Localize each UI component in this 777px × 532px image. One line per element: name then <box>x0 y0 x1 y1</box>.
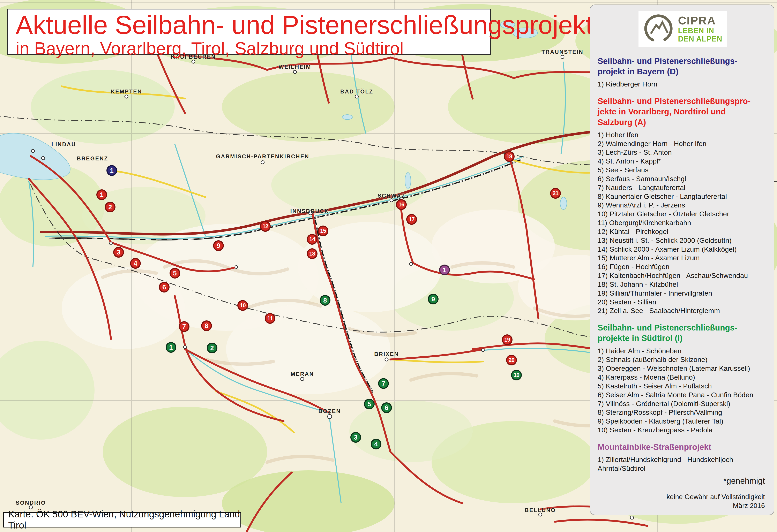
legend-item: 3) Lech-Zürs - St. Anton <box>597 148 768 157</box>
legend-item: 2) Schnals (außerhalb der Skizone) <box>597 355 768 364</box>
map-city-label: WEILHEIM <box>279 64 311 70</box>
legend-section-bayern: Seilbahn- und Pistenerschließungs-projek… <box>597 56 768 89</box>
legend-section-austria: Seilbahn- und Pistenerschließungspro-jek… <box>597 96 768 315</box>
heading-line: projekt in Bayern (D) <box>597 66 768 77</box>
legend-item: 9) Wenns/Arzl i. P. - Jerzens <box>597 201 768 210</box>
map-marker-green-7: 7 <box>378 378 389 389</box>
legend-item: 16) Fügen - Hochfügen <box>597 262 768 271</box>
legend-item: 17) Kaltenbach/Hochfügen - Aschau/Schwen… <box>597 271 768 280</box>
map-city-label: LINDAU <box>51 141 76 148</box>
legend-item: 8) Sterzing/Rosskopf - Pflersch/Vallming <box>597 408 768 417</box>
legend-item: 10) Sexten - Kreuzbergpass - Padola <box>597 426 768 434</box>
map-city-label: BOZEN <box>318 408 341 414</box>
panel-footer: keine Gewähr auf Vollständigkeit März 20… <box>597 493 768 510</box>
legend-item: 20) Sexten - Sillian <box>597 298 768 306</box>
map-marker-green-5: 5 <box>364 399 375 409</box>
map-marker-red-16: 16 <box>396 199 407 210</box>
legend-item: 1) Haider Alm - Schöneben <box>597 347 768 355</box>
legend-heading-bayern: Seilbahn- und Pistenerschließungs-projek… <box>597 56 768 77</box>
legend-item: 19) Sillian/Thurntaler - Innervillgraten <box>597 289 768 298</box>
map-city-label: MERAN <box>291 371 314 377</box>
map-marker-red-10: 10 <box>237 300 248 311</box>
map-marker-red-8: 8 <box>201 320 212 331</box>
legend-heading-suedtirol: Seilbahn- und Pistenerschließungs-projek… <box>597 322 768 344</box>
legend-item: 14) Schlick 2000 - Axamer Lizum (Kalkkög… <box>597 245 768 254</box>
heading-line: Mountainbike-Straßenprojekt <box>597 442 768 452</box>
heading-line: projekte in Südtirol (I) <box>597 333 768 344</box>
legend-item: 5) See - Serfaus <box>597 165 768 174</box>
legend-item: 1) Riedberger Horn <box>597 80 768 89</box>
map-marker-red-6: 6 <box>159 282 170 292</box>
legend-panel: CIPRA LEBEN IN DEN ALPEN Seilbahn- und P… <box>590 5 774 515</box>
legend-heading-mountainbike: Mountainbike-Straßenprojekt <box>597 442 768 452</box>
legend-item: 1) Hoher Ifen <box>597 130 768 139</box>
disclaimer-text: keine Gewähr auf Vollständigkeit <box>597 493 765 501</box>
map-city-label: BAD TÖLZ <box>340 89 373 95</box>
logo-name: CIPRA <box>678 15 723 27</box>
title-box: Aktuelle Seilbahn- und Pistenerschließun… <box>7 9 491 55</box>
map-marker-red-20: 20 <box>506 355 517 366</box>
legend-item: 4) Karerpass - Moena (Belluno) <box>597 373 768 382</box>
legend-item: 13) Neustift i. St. - Schlick 2000 (Gold… <box>597 236 768 245</box>
map-source-caption: Karte: ÖK 500 BEV-Wien, Nutzungsgenehmig… <box>3 512 241 527</box>
legend-item: 9) Speikboden - Klausberg (Tauferer Tal) <box>597 417 768 426</box>
legend-section-mountainbike: Mountainbike-Straßenprojekt1) Zillertal/… <box>597 442 768 473</box>
map-marker-green-6: 6 <box>381 402 392 413</box>
map-marker-red-4: 4 <box>130 258 141 269</box>
map-marker-green-9: 9 <box>428 294 439 304</box>
map-marker-red-9: 9 <box>213 240 224 251</box>
poster: LINDAUBREGENZKEMPTENKAUFBEURENWEILHEIMBA… <box>0 0 777 532</box>
map-city-label: KEMPTEN <box>111 89 142 95</box>
legend-item: 12) Kühtai - Pirchkogel <box>597 227 768 236</box>
legend-item: 6) Serfaus - Samnaun/Ischgl <box>597 174 768 183</box>
legend-item: 6) Seiser Alm - Saltria Monte Pana - Cun… <box>597 390 768 399</box>
logo-text: CIPRA LEBEN IN DEN ALPEN <box>678 15 723 43</box>
map-marker-green-1: 1 <box>165 342 176 353</box>
caption-text: Karte: ÖK 500 BEV-Wien, Nutzungsgenehmig… <box>8 509 240 531</box>
map-marker-red-15: 15 <box>318 226 328 236</box>
map-marker-red-7: 7 <box>179 321 190 332</box>
page-subtitle: in Bayern, Vorarlberg, Tirol, Salzburg u… <box>16 39 482 57</box>
heading-line: Seilbahn- und Pistenerschließungs- <box>597 56 768 66</box>
legend-item: 18) St. Johann - Kitzbühel <box>597 280 768 289</box>
legend-item: 3) Obereggen - Welschnofen (Latemar Karu… <box>597 364 768 373</box>
legend-sections: Seilbahn- und Pistenerschließungs-projek… <box>597 48 768 473</box>
legend-heading-austria: Seilbahn- und Pistenerschließungspro-jek… <box>597 96 768 128</box>
date-text: März 2016 <box>597 501 765 510</box>
heading-line: Seilbahn- und Pistenerschließungspro- <box>597 96 768 106</box>
map-marker-red-14: 14 <box>307 234 318 245</box>
heading-line: Seilbahn- und Pistenerschließungs- <box>597 322 768 333</box>
map-marker-red-19: 19 <box>502 335 513 345</box>
legend-item: 7) Villnöss - Grödnertal (Dolomiti-Super… <box>597 399 768 408</box>
legend-section-suedtirol: Seilbahn- und Pistenerschließungs-projek… <box>597 322 768 434</box>
map-city-label: BELLUNO <box>525 507 556 514</box>
footnote-genehmigt: *genehmigt <box>597 476 768 486</box>
map-city-label: BRIXEN <box>374 351 399 358</box>
legend-item: 7) Nauders - Langtauferertal <box>597 183 768 192</box>
legend-item: 4) St. Anton - Kappl* <box>597 157 768 165</box>
map-marker-green-4: 4 <box>371 439 381 449</box>
map-marker-red-1: 1 <box>96 189 107 200</box>
page-title: Aktuelle Seilbahn- und Pistenerschließun… <box>16 11 482 39</box>
legend-item: 8) Kaunertaler Gletscher - Langtauferert… <box>597 192 768 201</box>
map-marker-green-3: 3 <box>350 432 361 443</box>
map-city-label: SONDRIO <box>16 500 46 506</box>
heading-line: Salzburg (A) <box>597 117 768 128</box>
map-marker-red-18: 18 <box>504 151 515 162</box>
map-marker-green-10: 10 <box>511 370 522 380</box>
map-marker-red-21: 21 <box>550 188 561 198</box>
map-marker-green-8: 8 <box>320 295 330 306</box>
logo-tagline-1: LEBEN IN <box>678 27 723 35</box>
legend-item: 10) Pitztaler Gletscher - Ötztaler Glets… <box>597 210 768 218</box>
legend-item: 5) Kastelruth - Seiser Alm - Puflatsch <box>597 382 768 390</box>
map-city-label: TRAUNSTEIN <box>542 49 583 55</box>
heading-line: jekte in Vorarlberg, Nordtirol und <box>597 106 768 117</box>
map-marker-red-13: 13 <box>307 248 318 259</box>
cipra-logo: CIPRA LEBEN IN DEN ALPEN <box>639 11 727 47</box>
map-city-label: BREGENZ <box>77 155 108 162</box>
map-marker-blue-1: 1 <box>106 165 117 176</box>
legend-item: 21) Zell a. See - Saalbach/Hinterglemm <box>597 306 768 315</box>
map-city-label: GARMISCH-PARTENKIRCHEN <box>216 153 309 160</box>
map-marker-purple-1: 1 <box>439 265 450 275</box>
legend-item: 15) Mutterer Alm - Axamer Lizum <box>597 254 768 262</box>
